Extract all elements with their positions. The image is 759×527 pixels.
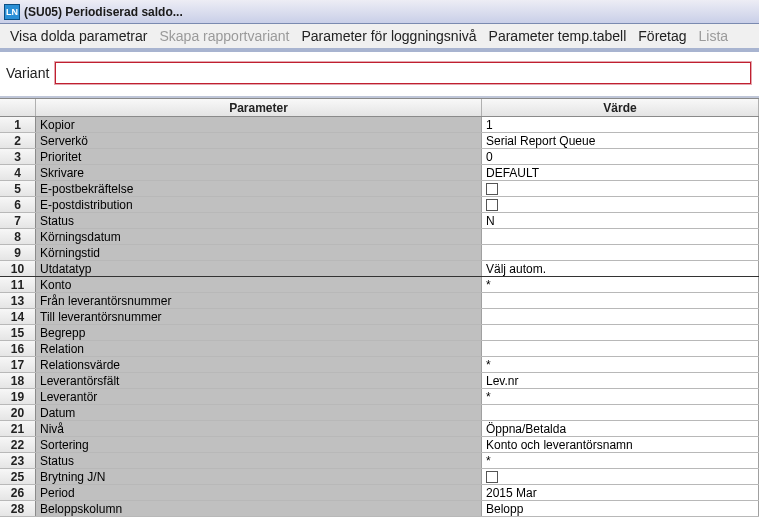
- value-cell[interactable]: [482, 293, 759, 308]
- param-cell: Status: [36, 453, 482, 468]
- value-cell[interactable]: Konto och leverantörsnamn: [482, 437, 759, 452]
- table-row: 3Prioritet0: [0, 149, 759, 165]
- row-number: 16: [0, 341, 36, 356]
- variant-row: Variant: [0, 52, 759, 98]
- window-title: (SU05) Periodiserad saldo...: [24, 5, 183, 19]
- param-cell: Körningsdatum: [36, 229, 482, 244]
- value-cell[interactable]: 2015 Mar: [482, 485, 759, 500]
- row-number: 10: [0, 261, 36, 276]
- param-cell: Sortering: [36, 437, 482, 452]
- table-row: 13Från leverantörsnummer: [0, 293, 759, 309]
- value-cell[interactable]: [482, 229, 759, 244]
- toolbar-item[interactable]: Företag: [634, 26, 690, 46]
- table-row: 20Datum: [0, 405, 759, 421]
- checkbox[interactable]: [486, 471, 498, 483]
- param-cell: Relation: [36, 341, 482, 356]
- row-number: 1: [0, 117, 36, 132]
- table-row: 4SkrivareDEFAULT: [0, 165, 759, 181]
- table-row: 21NivåÖppna/Betalda: [0, 421, 759, 437]
- param-cell: Status: [36, 213, 482, 228]
- toolbar-item: Skapa rapportvariant: [155, 26, 293, 46]
- toolbar-item[interactable]: Parameter temp.tabell: [485, 26, 631, 46]
- value-cell[interactable]: Välj autom.: [482, 261, 759, 276]
- value-cell[interactable]: Serial Report Queue: [482, 133, 759, 148]
- param-cell: Datum: [36, 405, 482, 420]
- value-cell[interactable]: 1: [482, 117, 759, 132]
- header-value: Värde: [482, 99, 759, 116]
- table-row: 23Status*: [0, 453, 759, 469]
- value-cell[interactable]: DEFAULT: [482, 165, 759, 180]
- table-row: 14Till leverantörsnummer: [0, 309, 759, 325]
- param-cell: Konto: [36, 277, 482, 292]
- param-cell: Relationsvärde: [36, 357, 482, 372]
- table-row: 19Leverantör*: [0, 389, 759, 405]
- param-cell: Kopior: [36, 117, 482, 132]
- table-row: 11Konto*: [0, 277, 759, 293]
- param-cell: Utdatatyp: [36, 261, 482, 276]
- value-cell[interactable]: [482, 325, 759, 340]
- table-row: 6E-postdistribution: [0, 197, 759, 213]
- value-cell[interactable]: Belopp: [482, 501, 759, 516]
- grid-header: Parameter Värde: [0, 99, 759, 117]
- row-number: 15: [0, 325, 36, 340]
- header-parameter: Parameter: [36, 99, 482, 116]
- value-cell[interactable]: *: [482, 453, 759, 468]
- row-number: 20: [0, 405, 36, 420]
- value-cell[interactable]: [482, 181, 759, 196]
- value-cell[interactable]: N: [482, 213, 759, 228]
- row-number: 26: [0, 485, 36, 500]
- value-cell[interactable]: Öppna/Betalda: [482, 421, 759, 436]
- variant-label: Variant: [6, 65, 49, 81]
- param-cell: E-postbekräftelse: [36, 181, 482, 196]
- title-bar: LN (SU05) Periodiserad saldo...: [0, 0, 759, 24]
- table-row: 8Körningsdatum: [0, 229, 759, 245]
- table-row: 10UtdatatypVälj autom.: [0, 261, 759, 277]
- value-cell[interactable]: [482, 197, 759, 212]
- table-row: 15Begrepp: [0, 325, 759, 341]
- param-cell: Från leverantörsnummer: [36, 293, 482, 308]
- row-number: 14: [0, 309, 36, 324]
- table-row: 9Körningstid: [0, 245, 759, 261]
- param-cell: E-postdistribution: [36, 197, 482, 212]
- table-row: 5E-postbekräftelse: [0, 181, 759, 197]
- row-number: 4: [0, 165, 36, 180]
- param-cell: Serverkö: [36, 133, 482, 148]
- row-number: 6: [0, 197, 36, 212]
- param-cell: Beloppskolumn: [36, 501, 482, 516]
- table-row: 28BeloppskolumnBelopp: [0, 501, 759, 517]
- value-cell[interactable]: *: [482, 277, 759, 292]
- row-number: 2: [0, 133, 36, 148]
- value-cell[interactable]: *: [482, 357, 759, 372]
- checkbox[interactable]: [486, 183, 498, 195]
- param-cell: Skrivare: [36, 165, 482, 180]
- toolbar-item[interactable]: Parameter för loggningsnivå: [297, 26, 480, 46]
- row-number: 5: [0, 181, 36, 196]
- value-cell[interactable]: [482, 405, 759, 420]
- param-cell: Till leverantörsnummer: [36, 309, 482, 324]
- row-number: 22: [0, 437, 36, 452]
- value-cell[interactable]: [482, 341, 759, 356]
- value-cell[interactable]: 0: [482, 149, 759, 164]
- variant-input[interactable]: [55, 62, 751, 84]
- row-number: 17: [0, 357, 36, 372]
- value-cell[interactable]: [482, 309, 759, 324]
- param-cell: Period: [36, 485, 482, 500]
- param-cell: Körningstid: [36, 245, 482, 260]
- param-cell: Leverantör: [36, 389, 482, 404]
- table-row: 22SorteringKonto och leverantörsnamn: [0, 437, 759, 453]
- grid-body: 1Kopior12ServerköSerial Report Queue3Pri…: [0, 117, 759, 517]
- row-number: 21: [0, 421, 36, 436]
- value-cell[interactable]: Lev.nr: [482, 373, 759, 388]
- checkbox[interactable]: [486, 199, 498, 211]
- table-row: 25Brytning J/N: [0, 469, 759, 485]
- row-number: 7: [0, 213, 36, 228]
- value-cell[interactable]: [482, 245, 759, 260]
- toolbar-item[interactable]: Visa dolda parametrar: [6, 26, 151, 46]
- table-row: 16Relation: [0, 341, 759, 357]
- header-rownum: [0, 99, 36, 116]
- table-row: 7StatusN: [0, 213, 759, 229]
- value-cell[interactable]: *: [482, 389, 759, 404]
- value-cell[interactable]: [482, 469, 759, 484]
- table-row: 17Relationsvärde*: [0, 357, 759, 373]
- toolbar-item: Lista: [695, 26, 729, 46]
